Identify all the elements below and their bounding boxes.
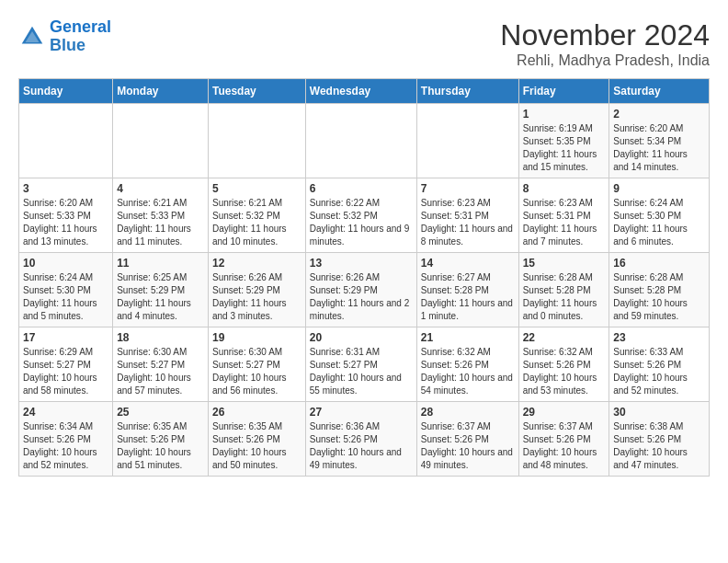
weekday-header-sunday: Sunday	[19, 79, 113, 104]
day-number: 12	[212, 257, 301, 270]
calendar-cell: 2Sunrise: 6:20 AM Sunset: 5:34 PM Daylig…	[609, 104, 710, 178]
logo-text: General Blue	[50, 18, 111, 55]
day-info: Sunrise: 6:37 AM Sunset: 5:26 PM Dayligh…	[421, 420, 515, 472]
calendar-header-row: SundayMondayTuesdayWednesdayThursdayFrid…	[19, 79, 710, 104]
calendar-week-row: 10Sunrise: 6:24 AM Sunset: 5:30 PM Dayli…	[19, 253, 710, 327]
day-number: 18	[117, 331, 204, 344]
calendar-cell: 27Sunrise: 6:36 AM Sunset: 5:26 PM Dayli…	[305, 402, 416, 477]
page-header: General Blue November 2024 Rehli, Madhya…	[18, 18, 710, 69]
day-info: Sunrise: 6:23 AM Sunset: 5:31 PM Dayligh…	[523, 197, 606, 248]
day-info: Sunrise: 6:31 AM Sunset: 5:27 PM Dayligh…	[310, 346, 413, 397]
logo-icon	[18, 23, 46, 51]
day-number: 16	[613, 257, 705, 270]
day-info: Sunrise: 6:21 AM Sunset: 5:32 PM Dayligh…	[212, 197, 301, 248]
day-info: Sunrise: 6:34 AM Sunset: 5:26 PM Dayligh…	[23, 420, 108, 472]
weekday-header-monday: Monday	[113, 79, 209, 104]
calendar-cell: 8Sunrise: 6:23 AM Sunset: 5:31 PM Daylig…	[518, 178, 609, 253]
day-number: 27	[310, 406, 413, 419]
day-number: 26	[212, 406, 301, 419]
day-number: 4	[117, 182, 204, 195]
day-info: Sunrise: 6:25 AM Sunset: 5:29 PM Dayligh…	[117, 271, 204, 323]
calendar-cell: 4Sunrise: 6:21 AM Sunset: 5:33 PM Daylig…	[113, 178, 209, 253]
day-number: 9	[613, 182, 705, 195]
calendar-cell: 11Sunrise: 6:25 AM Sunset: 5:29 PM Dayli…	[113, 253, 209, 327]
calendar-week-row: 3Sunrise: 6:20 AM Sunset: 5:33 PM Daylig…	[19, 178, 710, 253]
calendar-cell: 29Sunrise: 6:37 AM Sunset: 5:26 PM Dayli…	[518, 402, 609, 477]
day-info: Sunrise: 6:20 AM Sunset: 5:34 PM Dayligh…	[613, 122, 705, 174]
calendar-week-row: 24Sunrise: 6:34 AM Sunset: 5:26 PM Dayli…	[19, 402, 710, 477]
day-info: Sunrise: 6:21 AM Sunset: 5:33 PM Dayligh…	[117, 197, 204, 248]
calendar-cell	[19, 104, 113, 178]
day-info: Sunrise: 6:32 AM Sunset: 5:26 PM Dayligh…	[421, 346, 515, 397]
day-number: 21	[421, 331, 515, 344]
calendar-cell: 19Sunrise: 6:30 AM Sunset: 5:27 PM Dayli…	[209, 327, 306, 402]
calendar-week-row: 1Sunrise: 6:19 AM Sunset: 5:35 PM Daylig…	[19, 104, 710, 178]
day-info: Sunrise: 6:35 AM Sunset: 5:26 PM Dayligh…	[117, 420, 204, 472]
day-number: 10	[23, 257, 108, 270]
day-info: Sunrise: 6:28 AM Sunset: 5:28 PM Dayligh…	[523, 271, 606, 323]
calendar-cell: 1Sunrise: 6:19 AM Sunset: 5:35 PM Daylig…	[518, 104, 609, 178]
day-info: Sunrise: 6:30 AM Sunset: 5:27 PM Dayligh…	[212, 346, 301, 397]
day-number: 5	[212, 182, 301, 195]
calendar-cell: 23Sunrise: 6:33 AM Sunset: 5:26 PM Dayli…	[609, 327, 710, 402]
day-info: Sunrise: 6:30 AM Sunset: 5:27 PM Dayligh…	[117, 346, 204, 397]
day-number: 20	[310, 331, 413, 344]
day-number: 7	[421, 182, 515, 195]
day-info: Sunrise: 6:28 AM Sunset: 5:28 PM Dayligh…	[613, 271, 705, 323]
day-info: Sunrise: 6:35 AM Sunset: 5:26 PM Dayligh…	[212, 420, 301, 472]
calendar-cell: 13Sunrise: 6:26 AM Sunset: 5:29 PM Dayli…	[305, 253, 416, 327]
calendar-cell: 28Sunrise: 6:37 AM Sunset: 5:26 PM Dayli…	[416, 402, 518, 477]
calendar-cell: 6Sunrise: 6:22 AM Sunset: 5:32 PM Daylig…	[305, 178, 416, 253]
day-info: Sunrise: 6:19 AM Sunset: 5:35 PM Dayligh…	[523, 122, 606, 174]
day-info: Sunrise: 6:26 AM Sunset: 5:29 PM Dayligh…	[212, 271, 301, 323]
day-info: Sunrise: 6:24 AM Sunset: 5:30 PM Dayligh…	[23, 271, 108, 323]
day-number: 3	[23, 182, 108, 195]
day-number: 23	[613, 331, 705, 344]
day-info: Sunrise: 6:24 AM Sunset: 5:30 PM Dayligh…	[613, 197, 705, 248]
day-info: Sunrise: 6:20 AM Sunset: 5:33 PM Dayligh…	[23, 197, 108, 248]
day-number: 22	[523, 331, 606, 344]
day-number: 6	[310, 182, 413, 195]
calendar-cell: 21Sunrise: 6:32 AM Sunset: 5:26 PM Dayli…	[416, 327, 518, 402]
calendar-table: SundayMondayTuesdayWednesdayThursdayFrid…	[18, 78, 710, 477]
calendar-cell: 3Sunrise: 6:20 AM Sunset: 5:33 PM Daylig…	[19, 178, 113, 253]
day-number: 19	[212, 331, 301, 344]
calendar-cell	[305, 104, 416, 178]
calendar-cell: 10Sunrise: 6:24 AM Sunset: 5:30 PM Dayli…	[19, 253, 113, 327]
day-number: 8	[523, 182, 606, 195]
weekday-header-saturday: Saturday	[609, 79, 710, 104]
calendar-week-row: 17Sunrise: 6:29 AM Sunset: 5:27 PM Dayli…	[19, 327, 710, 402]
weekday-header-thursday: Thursday	[416, 79, 518, 104]
calendar-cell: 16Sunrise: 6:28 AM Sunset: 5:28 PM Dayli…	[609, 253, 710, 327]
day-info: Sunrise: 6:36 AM Sunset: 5:26 PM Dayligh…	[310, 420, 413, 472]
day-number: 1	[523, 108, 606, 121]
day-number: 13	[310, 257, 413, 270]
location-subtitle: Rehli, Madhya Pradesh, India	[500, 52, 710, 69]
calendar-cell: 17Sunrise: 6:29 AM Sunset: 5:27 PM Dayli…	[19, 327, 113, 402]
calendar-cell: 14Sunrise: 6:27 AM Sunset: 5:28 PM Dayli…	[416, 253, 518, 327]
logo: General Blue	[18, 18, 111, 55]
calendar-cell: 18Sunrise: 6:30 AM Sunset: 5:27 PM Dayli…	[113, 327, 209, 402]
day-info: Sunrise: 6:37 AM Sunset: 5:26 PM Dayligh…	[523, 420, 606, 472]
day-info: Sunrise: 6:32 AM Sunset: 5:26 PM Dayligh…	[523, 346, 606, 397]
day-info: Sunrise: 6:29 AM Sunset: 5:27 PM Dayligh…	[23, 346, 108, 397]
calendar-cell: 26Sunrise: 6:35 AM Sunset: 5:26 PM Dayli…	[209, 402, 306, 477]
calendar-cell: 12Sunrise: 6:26 AM Sunset: 5:29 PM Dayli…	[209, 253, 306, 327]
day-info: Sunrise: 6:23 AM Sunset: 5:31 PM Dayligh…	[421, 197, 515, 248]
calendar-cell: 7Sunrise: 6:23 AM Sunset: 5:31 PM Daylig…	[416, 178, 518, 253]
calendar-cell: 24Sunrise: 6:34 AM Sunset: 5:26 PM Dayli…	[19, 402, 113, 477]
day-number: 14	[421, 257, 515, 270]
title-block: November 2024 Rehli, Madhya Pradesh, Ind…	[500, 18, 710, 69]
day-info: Sunrise: 6:26 AM Sunset: 5:29 PM Dayligh…	[310, 271, 413, 323]
day-number: 17	[23, 331, 108, 344]
day-number: 11	[117, 257, 204, 270]
day-number: 29	[523, 406, 606, 419]
calendar-cell	[209, 104, 306, 178]
calendar-cell: 25Sunrise: 6:35 AM Sunset: 5:26 PM Dayli…	[113, 402, 209, 477]
day-number: 2	[613, 108, 705, 121]
weekday-header-friday: Friday	[518, 79, 609, 104]
calendar-cell: 9Sunrise: 6:24 AM Sunset: 5:30 PM Daylig…	[609, 178, 710, 253]
calendar-cell: 15Sunrise: 6:28 AM Sunset: 5:28 PM Dayli…	[518, 253, 609, 327]
day-number: 15	[523, 257, 606, 270]
month-title: November 2024	[500, 18, 710, 52]
